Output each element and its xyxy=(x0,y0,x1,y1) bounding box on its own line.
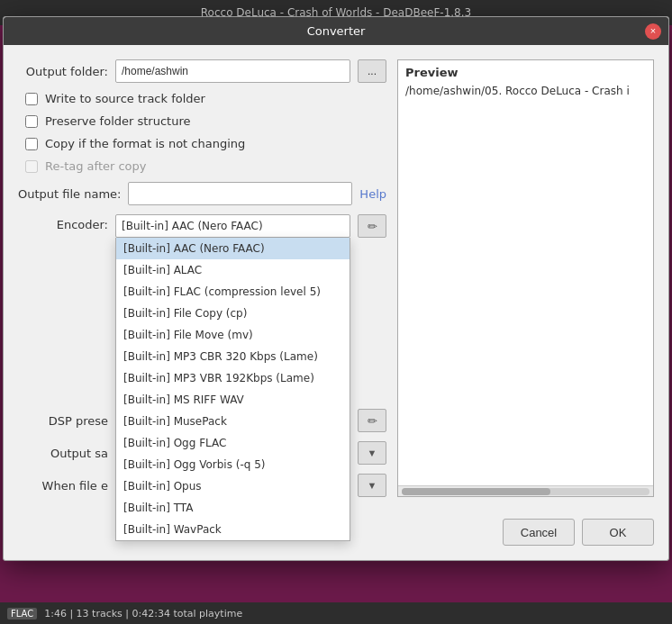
retag-row: Re-tag after copy xyxy=(18,159,386,173)
pencil-icon-dsp: ✏ xyxy=(368,414,377,428)
scrollbar-thumb[interactable] xyxy=(402,488,550,495)
encoder-option-musepack[interactable]: [Built-in] MusePack xyxy=(116,411,350,432)
preview-content: /home/ashwin/05. Rocco DeLuca - Crash i xyxy=(398,83,653,485)
encoder-option-flac[interactable]: [Built-in] FLAC (compression level 5) xyxy=(116,281,350,303)
browse-icon: ... xyxy=(368,65,377,77)
retag-checkbox[interactable] xyxy=(25,160,38,173)
encoder-option-filecopy[interactable]: [Built-in] File Copy (cp) xyxy=(116,303,350,324)
copy-format-label[interactable]: Copy if the format is not changing xyxy=(45,137,245,150)
dsp-preset-label: DSP prese xyxy=(18,414,108,428)
output-sample-dropdown-button[interactable]: ▼ xyxy=(358,441,386,465)
preview-title: Preview xyxy=(398,60,653,83)
close-icon: × xyxy=(650,26,656,36)
write-source-checkbox[interactable] xyxy=(25,93,38,105)
when-file-label: When file e xyxy=(18,479,108,493)
modal-overlay: Converter × Output folder: ... xyxy=(0,0,672,624)
encoder-option-mp3vbr[interactable]: [Built-in] MP3 VBR 192Kbps (Lame) xyxy=(116,367,350,389)
output-folder-row: Output folder: ... xyxy=(18,59,386,83)
cancel-button[interactable]: Cancel xyxy=(503,519,575,546)
preview-scrollbar xyxy=(398,485,653,496)
encoder-option-mp3cbr[interactable]: [Built-in] MP3 CBR 320 Kbps (Lame) xyxy=(116,346,350,367)
dialog-close-button[interactable]: × xyxy=(645,23,661,40)
preview-box: Preview /home/ashwin/05. Rocco DeLuca - … xyxy=(397,59,654,497)
dsp-edit-button[interactable]: ✏ xyxy=(358,409,386,432)
encoder-select-wrapper: [Built-in] AAC (Nero FAAC) [Built-in] AA… xyxy=(115,214,350,238)
encoder-option-aac[interactable]: [Built-in] AAC (Nero FAAC) xyxy=(116,238,350,259)
output-filename-input[interactable] xyxy=(128,182,352,205)
flac-badge: FLAC xyxy=(7,608,37,619)
copy-format-row: Copy if the format is not changing xyxy=(18,137,386,150)
preserve-folder-checkbox[interactable] xyxy=(25,115,38,128)
write-source-label[interactable]: Write to source track folder xyxy=(45,92,205,105)
browse-button[interactable]: ... xyxy=(358,59,386,83)
encoder-dropdown-list: [Built-in] AAC (Nero FAAC)[Built-in] ALA… xyxy=(115,238,350,541)
output-sample-label: Output sa xyxy=(18,447,108,460)
when-file-dropdown-button[interactable]: ▼ xyxy=(358,474,386,497)
ok-button[interactable]: OK xyxy=(582,519,654,546)
encoder-label: Encoder: xyxy=(18,214,108,231)
background-status-bar: FLAC 1:46 | 13 tracks | 0:42:34 total pl… xyxy=(0,602,672,624)
dialog-titlebar: Converter × xyxy=(4,17,668,45)
status-text: 1:46 | 13 tracks | 0:42:34 total playtim… xyxy=(44,608,242,619)
output-folder-label: Output folder: xyxy=(18,65,108,78)
output-filename-label: Output file name: xyxy=(18,187,121,201)
preview-path: /home/ashwin/05. Rocco DeLuca - Crash i xyxy=(405,85,630,97)
encoder-option-oggvorbis[interactable]: [Built-in] Ogg Vorbis (-q 5) xyxy=(116,454,350,475)
preserve-folder-row: Preserve folder structure xyxy=(18,114,386,128)
encoder-option-tta[interactable]: [Built-in] TTA xyxy=(116,497,350,519)
left-panel: Output folder: ... Write to source track… xyxy=(18,59,386,497)
output-folder-input[interactable] xyxy=(115,59,350,83)
write-source-row: Write to source track folder xyxy=(18,92,386,105)
encoder-option-msriff[interactable]: [Built-in] MS RIFF WAV xyxy=(116,389,350,411)
scrollbar-track xyxy=(402,488,649,495)
when-file-arrow-icon: ▼ xyxy=(368,480,377,491)
pencil-icon: ✏ xyxy=(368,220,377,233)
encoder-row: Encoder: [Built-in] AAC (Nero FAAC) [Bui… xyxy=(18,214,386,238)
output-filename-row: Output file name: Help xyxy=(18,182,386,205)
dialog-title: Converter xyxy=(307,24,366,38)
encoder-option-alac[interactable]: [Built-in] ALAC xyxy=(116,259,350,281)
encoder-select-display[interactable]: [Built-in] AAC (Nero FAAC) xyxy=(115,214,350,238)
retag-label: Re-tag after copy xyxy=(45,159,147,173)
encoder-option-filemove[interactable]: [Built-in] File Move (mv) xyxy=(116,324,350,346)
preserve-folder-label[interactable]: Preserve folder structure xyxy=(45,114,190,128)
encoder-option-oggflac[interactable]: [Built-in] Ogg FLAC xyxy=(116,432,350,454)
encoder-option-wavpack[interactable]: [Built-in] WavPack xyxy=(116,519,350,540)
dialog-body: Output folder: ... Write to source track… xyxy=(4,45,668,511)
dropdown-arrow-icon: ▼ xyxy=(368,448,377,458)
converter-dialog: Converter × Output folder: ... xyxy=(3,16,669,561)
right-panel: Preview /home/ashwin/05. Rocco DeLuca - … xyxy=(397,59,654,497)
encoder-option-opus[interactable]: [Built-in] Opus xyxy=(116,475,350,497)
copy-format-checkbox[interactable] xyxy=(25,138,38,150)
encoder-edit-button[interactable]: ✏ xyxy=(358,214,386,238)
encoder-selected-value: [Built-in] AAC (Nero FAAC) xyxy=(122,220,263,232)
help-link[interactable]: Help xyxy=(359,187,386,201)
